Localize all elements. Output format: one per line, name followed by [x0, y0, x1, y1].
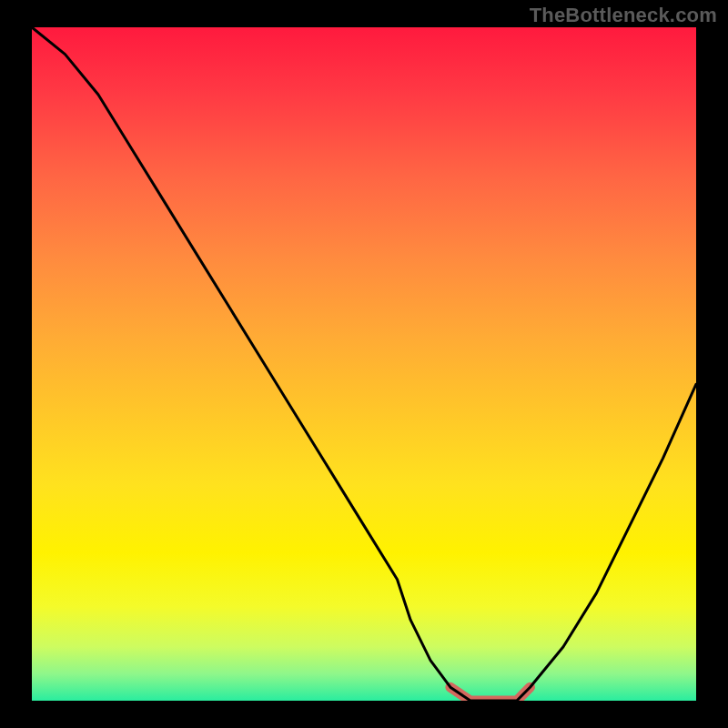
watermark-label: TheBottleneck.com	[530, 4, 717, 27]
chart-svg	[32, 27, 696, 701]
bottleneck-curve	[32, 27, 696, 701]
chart-frame: TheBottleneck.com	[0, 0, 728, 728]
plot-area	[32, 27, 696, 701]
